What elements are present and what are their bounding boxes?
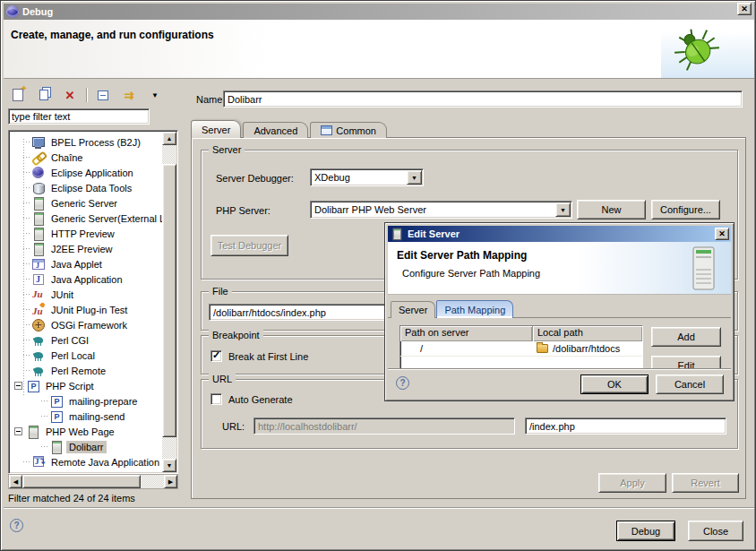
tree-item-label: mailing-send bbox=[66, 410, 127, 423]
tree-horizontal-scrollbar[interactable]: ◀ ▶ bbox=[8, 474, 178, 489]
server-icon bbox=[31, 196, 46, 211]
add-mapping-button[interactable]: Add bbox=[651, 327, 721, 347]
combo-arrow-icon[interactable] bbox=[555, 202, 571, 217]
tree-item-eclipse-data-tools[interactable]: Eclipse Data Tools bbox=[10, 180, 162, 195]
perl-camel-icon bbox=[31, 349, 46, 363]
help-icon[interactable]: ? bbox=[10, 519, 23, 532]
dialog-tab-path-mapping[interactable]: Path Mapping bbox=[436, 300, 513, 318]
break-first-line-checkbox[interactable] bbox=[210, 350, 222, 362]
tree-item-label: OSGi Framework bbox=[48, 319, 130, 331]
url-path-input[interactable] bbox=[525, 418, 726, 435]
auto-generate-label: Auto Generate bbox=[228, 394, 293, 405]
tree-item-label-selected: Dolibarr bbox=[66, 441, 107, 453]
tree-vertical-scrollbar[interactable]: ▲ ▼ bbox=[162, 132, 176, 472]
tree-item-label: J2EE Preview bbox=[48, 243, 115, 255]
php-server-combo[interactable]: Dolibarr PHP Web Server bbox=[310, 201, 572, 219]
toolbar-separator bbox=[86, 88, 87, 102]
tree-item-j2ee-preview[interactable]: J2EE Preview bbox=[10, 241, 162, 256]
tree-item-label: HTTP Preview bbox=[48, 228, 117, 240]
junit-plugin-icon bbox=[31, 303, 46, 317]
tree-item-php-script[interactable]: PHP Script bbox=[10, 378, 162, 393]
dialog-tab-server[interactable]: Server bbox=[391, 301, 435, 318]
tree-item-perl-local[interactable]: Perl Local bbox=[10, 348, 162, 363]
window-close-button[interactable] bbox=[737, 3, 752, 15]
collapse-expander-icon[interactable] bbox=[14, 427, 22, 435]
edit-mapping-button[interactable]: Edit bbox=[651, 356, 721, 369]
cancel-button[interactable]: Cancel bbox=[656, 375, 724, 394]
table-row[interactable]: / /dolibarr/htdocs bbox=[400, 341, 642, 357]
collapse-all-icon bbox=[98, 90, 108, 100]
tree-item-label: Perl Local bbox=[48, 349, 98, 362]
filter-menu-button[interactable] bbox=[145, 86, 165, 104]
name-input[interactable] bbox=[223, 90, 743, 108]
tree-item-php-web-page[interactable]: PHP Web Page bbox=[10, 424, 162, 439]
auto-generate-checkbox[interactable] bbox=[210, 393, 222, 405]
tree-item-mailing-send[interactable]: mailing-send bbox=[10, 409, 162, 424]
tree-item-perl-cgi[interactable]: Perl CGI bbox=[10, 332, 162, 348]
duplicate-configuration-button[interactable] bbox=[34, 86, 54, 104]
collapse-all-button[interactable] bbox=[93, 86, 113, 104]
chevron-down-icon bbox=[151, 91, 159, 99]
scrollbar-thumb[interactable] bbox=[162, 164, 176, 437]
tree-item-eclipse-application[interactable]: Eclipse Application bbox=[10, 165, 162, 180]
folder-icon bbox=[537, 344, 548, 353]
tree-item-perl-remote[interactable]: Perl Remote bbox=[10, 363, 162, 378]
tab-advanced[interactable]: Advanced bbox=[243, 122, 308, 138]
tab-label: Common bbox=[336, 125, 376, 136]
tree-item-junit[interactable]: JUnit bbox=[10, 287, 162, 302]
configure-server-button[interactable]: Configure... bbox=[651, 200, 720, 220]
column-header-path-on-server[interactable]: Path on server bbox=[400, 326, 533, 341]
chain-icon bbox=[31, 151, 46, 165]
scroll-left-icon[interactable]: ◀ bbox=[9, 475, 22, 488]
combo-arrow-icon[interactable] bbox=[407, 170, 422, 185]
tab-common[interactable]: Common bbox=[310, 122, 387, 138]
apply-button: Apply bbox=[598, 473, 666, 493]
tree-item-dolibarr[interactable]: Dolibarr bbox=[10, 439, 162, 454]
new-server-button[interactable]: New bbox=[577, 200, 646, 220]
local-path-cell: /dolibarr/htdocs bbox=[533, 343, 642, 354]
tree-item-chaine[interactable]: Chaîne bbox=[10, 150, 162, 165]
tab-server[interactable]: Server bbox=[191, 120, 241, 138]
collapse-expander-icon[interactable] bbox=[14, 382, 22, 390]
debug-bug-icon bbox=[672, 25, 722, 73]
scroll-right-icon[interactable]: ▶ bbox=[164, 475, 177, 488]
delete-configuration-button[interactable] bbox=[60, 86, 80, 104]
filter-input[interactable] bbox=[9, 109, 149, 124]
tree-rows: BPEL Process (B2J) Chaîne Eclipse Applic… bbox=[10, 132, 162, 472]
tab-label: Advanced bbox=[253, 125, 297, 136]
ok-button[interactable]: OK bbox=[580, 375, 649, 394]
url-group-legend: URL bbox=[209, 374, 236, 384]
tree-item-mailing-prepare[interactable]: mailing-prepare bbox=[10, 393, 162, 409]
dialog-help-icon[interactable]: ? bbox=[396, 376, 409, 390]
tree-item-java-applet[interactable]: Java Applet bbox=[10, 256, 162, 271]
tree-item-remote-java[interactable]: Remote Java Application bbox=[10, 454, 162, 469]
tree-item-label: Java Application bbox=[48, 273, 125, 286]
tree-item-bpel[interactable]: BPEL Process (B2J) bbox=[10, 134, 162, 150]
configurations-tree: BPEL Process (B2J) Chaîne Eclipse Applic… bbox=[8, 130, 178, 474]
tree-item-label: Eclipse Data Tools bbox=[48, 182, 134, 194]
tree-item-junit-plugin[interactable]: JUnit Plug-in Test bbox=[10, 302, 162, 317]
dialog-close-button[interactable] bbox=[715, 228, 729, 240]
new-configuration-button[interactable] bbox=[8, 86, 28, 104]
column-header-local-path[interactable]: Local path bbox=[533, 326, 642, 341]
tab-label: Server bbox=[202, 125, 230, 135]
window-titlebar: Debug bbox=[4, 4, 754, 20]
scrollbar-thumb[interactable] bbox=[22, 475, 141, 488]
bottom-separator bbox=[4, 507, 754, 509]
table-header-row: Path on server Local path bbox=[400, 326, 642, 341]
tree-item-osgi[interactable]: OSGi Framework bbox=[10, 317, 162, 332]
new-configuration-icon bbox=[13, 89, 23, 101]
tree-item-generic-server-external[interactable]: Generic Server(External La bbox=[10, 211, 162, 226]
tree-item-generic-server[interactable]: Generic Server bbox=[10, 195, 162, 211]
tree-item-java-application[interactable]: Java Application bbox=[10, 271, 162, 287]
server-debugger-combo[interactable]: XDebug bbox=[310, 168, 424, 186]
close-button[interactable]: Close bbox=[688, 521, 743, 541]
scroll-down-icon[interactable]: ▼ bbox=[162, 459, 176, 472]
filter-button[interactable] bbox=[119, 86, 139, 104]
debug-button[interactable]: Debug bbox=[616, 521, 675, 541]
php-icon bbox=[49, 394, 64, 409]
tree-item-label: JUnit bbox=[48, 288, 76, 301]
tree-item-http-preview[interactable]: HTTP Preview bbox=[10, 226, 162, 241]
server-path-cell: / bbox=[400, 343, 533, 354]
scroll-up-icon[interactable]: ▲ bbox=[162, 132, 176, 145]
